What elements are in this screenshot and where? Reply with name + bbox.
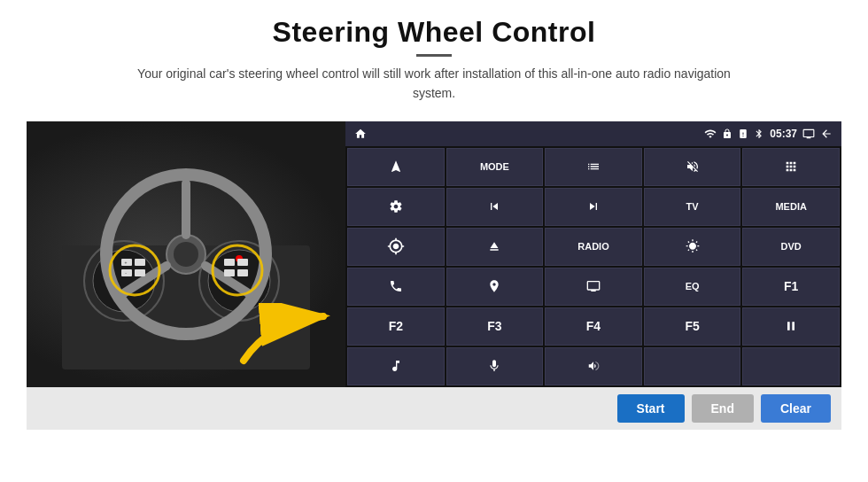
status-right: 05:37 <box>704 128 833 140</box>
bluetooth-icon <box>754 128 764 139</box>
content-row: + - <box>27 121 841 387</box>
radio-btn[interactable]: RADIO <box>545 228 642 266</box>
svg-text:+: + <box>125 260 128 265</box>
tv-btn[interactable]: TV <box>644 188 741 226</box>
page-title: Steering Wheel Control <box>124 16 744 49</box>
lock-icon <box>722 128 732 139</box>
android-panel: 05:37 MODE <box>345 121 841 387</box>
mute-btn[interactable] <box>644 148 741 186</box>
clear-button[interactable]: Clear <box>761 394 831 423</box>
f4-btn[interactable]: F4 <box>545 307 642 346</box>
display-icon <box>802 128 815 140</box>
next-btn[interactable] <box>545 188 642 226</box>
nav-btn[interactable] <box>347 148 445 186</box>
wifi-icon <box>704 128 717 140</box>
svg-rect-17 <box>135 259 145 266</box>
svg-point-8 <box>174 242 198 267</box>
svg-rect-21 <box>224 269 235 276</box>
media-btn[interactable]: MEDIA <box>742 188 840 226</box>
svg-rect-23 <box>237 269 248 276</box>
steering-bg: + - <box>27 121 345 387</box>
f3-btn[interactable]: F3 <box>446 307 544 346</box>
apps-btn[interactable] <box>742 148 840 186</box>
car-image: + - <box>27 121 345 387</box>
page-container: Steering Wheel Control Your original car… <box>0 0 868 482</box>
f2-btn[interactable]: F2 <box>347 307 445 346</box>
list-btn[interactable] <box>545 148 642 186</box>
subtitle: Your original car's steering wheel contr… <box>124 64 744 104</box>
svg-rect-14 <box>121 269 132 276</box>
settings-btn[interactable] <box>347 188 445 226</box>
bottom-buttons-row: Start End Clear <box>27 387 841 430</box>
eject-btn[interactable] <box>446 228 544 266</box>
display2-btn[interactable] <box>545 268 642 306</box>
music-btn[interactable] <box>347 347 445 385</box>
eq-btn[interactable]: EQ <box>644 268 741 306</box>
status-time: 05:37 <box>770 128 797 140</box>
sim-icon <box>738 128 748 139</box>
playpause-btn[interactable] <box>742 307 840 346</box>
volphone-btn[interactable] <box>545 347 642 385</box>
mode-btn[interactable]: MODE <box>446 148 544 186</box>
f5-btn[interactable]: F5 <box>644 307 741 346</box>
title-divider <box>416 54 452 57</box>
360-btn[interactable] <box>347 228 445 266</box>
brightness-btn[interactable] <box>644 228 741 266</box>
svg-rect-18 <box>135 269 145 276</box>
empty1-btn <box>644 347 741 385</box>
prev-btn[interactable] <box>446 188 544 226</box>
mic-btn[interactable] <box>446 347 544 385</box>
phone-btn[interactable] <box>347 268 445 306</box>
start-button[interactable]: Start <box>617 394 685 423</box>
title-section: Steering Wheel Control Your original car… <box>124 16 744 116</box>
yellow-arrow <box>235 303 341 374</box>
f1-btn[interactable]: F1 <box>742 268 840 306</box>
nav2-btn[interactable] <box>446 268 544 306</box>
empty2-btn <box>742 347 840 385</box>
end-button[interactable]: End <box>692 394 754 423</box>
home-icon <box>354 128 367 140</box>
status-bar: 05:37 <box>345 121 841 146</box>
status-left <box>354 128 367 140</box>
svg-rect-22 <box>237 259 248 266</box>
svg-rect-20 <box>224 259 235 266</box>
back-icon <box>820 128 833 140</box>
dvd-btn[interactable]: DVD <box>742 228 840 266</box>
button-grid: MODE <box>345 146 841 387</box>
